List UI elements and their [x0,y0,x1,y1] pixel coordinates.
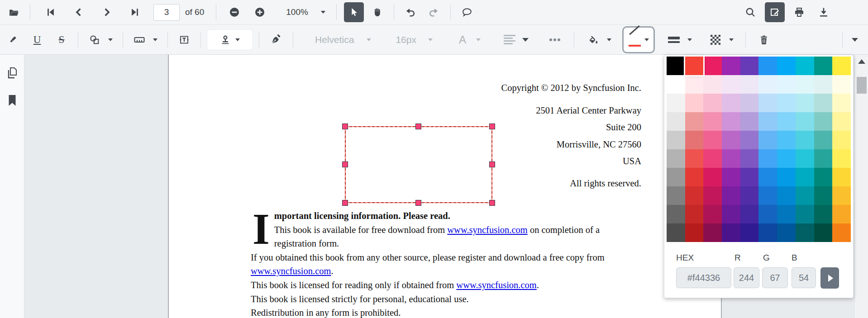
document-link[interactable]: www.syncfusion.com [456,280,536,290]
palette-swatch[interactable] [685,57,704,75]
palette-swatch[interactable] [722,75,740,94]
palette-swatch[interactable] [796,223,814,242]
palette-swatch[interactable] [832,149,851,168]
palette-swatch[interactable] [685,223,704,242]
next-page-button[interactable] [97,2,117,22]
annotation-toolbar-collapse-caret[interactable] [849,30,861,50]
palette-swatch[interactable] [703,168,722,186]
font-size-dropdown[interactable]: 16px [393,30,419,50]
palette-swatch[interactable] [832,112,851,131]
palette-swatch[interactable] [703,149,722,168]
palette-swatch[interactable] [703,131,722,149]
stamp-button[interactable] [207,30,253,50]
palette-swatch[interactable] [777,168,796,186]
palette-swatch[interactable] [740,149,759,168]
palette-swatch[interactable] [758,149,777,168]
vertical-scrollbar[interactable] [854,55,868,318]
palette-swatch[interactable] [796,186,814,205]
palette-swatch[interactable] [758,94,777,112]
palette-swatch[interactable] [703,57,722,75]
palette-swatch[interactable] [814,205,833,223]
palette-swatch[interactable] [796,168,814,186]
highlight-button[interactable] [3,30,23,50]
hex-input[interactable] [676,267,731,288]
palette-swatch[interactable] [703,205,722,223]
calibrate-dropdown-caret[interactable] [149,30,161,50]
scrollbar-thumb[interactable] [857,77,867,94]
palette-swatch[interactable] [667,57,685,75]
resize-handle-middle-left[interactable] [342,161,348,167]
palette-swatch[interactable] [722,149,740,168]
palette-swatch[interactable] [814,223,833,242]
palette-swatch[interactable] [740,205,759,223]
palette-swatch[interactable] [685,112,704,131]
palette-swatch[interactable] [832,168,851,186]
zoom-in-button[interactable] [250,2,270,22]
fill-color-button[interactable] [583,30,603,50]
palette-swatch[interactable] [703,186,722,205]
palette-swatch[interactable] [722,168,740,186]
palette-swatch[interactable] [758,131,777,149]
palette-swatch[interactable] [740,186,759,205]
palette-swatch[interactable] [796,94,814,112]
palette-swatch[interactable] [740,168,759,186]
resize-handle-bottom-left[interactable] [342,200,348,206]
shapes-button[interactable] [85,30,105,50]
resize-handle-top-right[interactable] [489,123,495,129]
palette-swatch[interactable] [814,186,833,205]
palette-swatch[interactable] [685,149,704,168]
selection-tool-button[interactable] [344,2,364,22]
font-color-button[interactable]: A [453,30,472,50]
annotation-edit-button[interactable] [765,2,785,22]
last-page-button[interactable] [125,2,145,22]
font-size-caret[interactable] [424,30,436,50]
strikethrough-button[interactable]: S [52,30,72,50]
palette-swatch[interactable] [685,186,704,205]
font-color-caret[interactable] [472,30,484,50]
stroke-color-caret[interactable] [644,38,649,41]
green-input[interactable] [762,267,788,288]
palette-swatch[interactable] [758,186,777,205]
print-button[interactable] [789,2,809,22]
page-number-input[interactable] [153,4,180,21]
palette-swatch[interactable] [777,75,796,94]
free-text-button[interactable] [174,30,194,50]
document-link[interactable]: www.syncfusion.com [251,266,331,276]
picker-mode-switch-button[interactable] [820,267,839,289]
palette-swatch[interactable] [685,168,704,186]
palette-swatch[interactable] [796,75,814,94]
calibrate-button[interactable] [129,30,149,50]
scroll-up-arrow[interactable] [858,59,865,64]
first-page-button[interactable] [41,2,61,22]
palette-swatch[interactable] [758,57,777,75]
palette-swatch[interactable] [740,75,759,94]
underline-button[interactable]: U [27,30,47,50]
palette-swatch[interactable] [722,131,740,149]
palette-swatch[interactable] [814,94,833,112]
palette-swatch[interactable] [685,205,704,223]
document-link[interactable]: www.syncfusion.com [447,225,527,235]
resize-handle-middle-right[interactable] [489,161,495,167]
palette-swatch[interactable] [740,57,759,75]
text-align-caret[interactable] [520,30,531,50]
palette-swatch[interactable] [832,186,851,205]
stamp-dropdown-caret[interactable] [235,38,240,41]
palette-swatch[interactable] [814,112,833,131]
stroke-color-button[interactable] [622,26,655,53]
more-options-button[interactable] [545,30,565,50]
palette-swatch[interactable] [667,112,685,131]
palette-swatch[interactable] [667,168,685,186]
palette-swatch[interactable] [777,186,796,205]
palette-swatch[interactable] [740,131,759,149]
palette-swatch[interactable] [722,57,740,75]
palette-swatch[interactable] [832,131,851,149]
palette-swatch[interactable] [758,168,777,186]
palette-swatch[interactable] [777,205,796,223]
palette-swatch[interactable] [667,186,685,205]
palette-swatch[interactable] [777,149,796,168]
palette-swatch[interactable] [777,131,796,149]
palette-swatch[interactable] [667,94,685,112]
palette-swatch[interactable] [667,75,685,94]
palette-swatch[interactable] [703,223,722,242]
palette-swatch[interactable] [722,205,740,223]
